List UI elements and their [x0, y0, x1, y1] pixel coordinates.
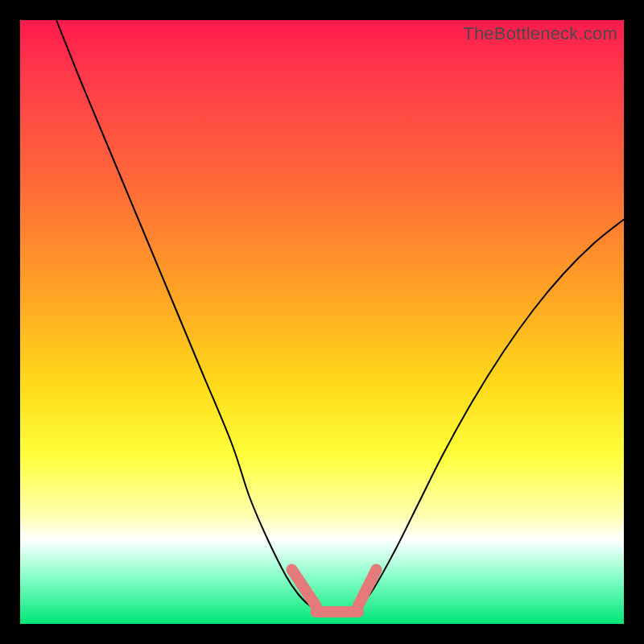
chart-frame: TheBottleneck.com [20, 20, 624, 624]
right-curve [353, 220, 625, 613]
watermark-text: TheBottleneck.com [463, 23, 617, 44]
chart-svg [20, 20, 624, 624]
left-curve [56, 20, 322, 612]
